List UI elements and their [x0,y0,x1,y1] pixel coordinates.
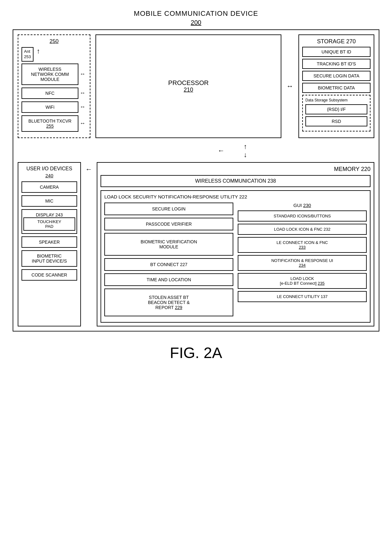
load-lock-title: LOAD LOCK SECURITY NOTIFICATION-RESPONSE… [104,194,367,199]
rsd-box: RSD [305,116,367,126]
ant-block: Ant 253 ↑ [21,47,87,62]
bluetooth-arrow-row: BLUETOOTH TXCVR 255 ↔ [21,115,87,132]
stolen-asset: STOLEN ASSET BTBEACON DETECT &REPORT 229 [104,289,233,316]
storage-item-1: TRACKING BT ID'S [302,59,371,69]
up-arrow: ↑ [244,143,247,151]
wireless-module-box: WIRELESSNETWORK COMMMODULE [21,64,78,85]
ant-box: Ant 253 [21,47,34,62]
user-io-box: USER I/O DEVICES 240 CAMERA MIC DISPLAY … [18,162,81,326]
fig-label: FIG. 2A [13,344,379,362]
dss-label: Data Storage Subsystem [305,98,367,102]
gui-standard-icons: STANDARD ICONS/BUTTONS [238,210,367,222]
main-title: MOBILE COMMUNICATION DEVICE [13,9,379,18]
proc-storage-arrow: ↔ [286,34,293,138]
biometric-module: BIOMETRIC VERIFICATIONMODULE [104,233,233,256]
memory-box: MEMORY 220 WIRELESS COMMUNICATION 238 LO… [97,162,374,326]
outer-device-box: 250 Ant 253 ↑ WIRELESSNETWORK COMMMODULE… [13,29,379,331]
box-250: 250 Ant 253 ↑ WIRELESSNETWORK COMMMODULE… [18,34,90,138]
wireless-comm-box: WIRELESS COMMUNICATION 238 [101,175,371,187]
bottom-section: USER I/O DEVICES 240 CAMERA MIC DISPLAY … [18,162,374,326]
ant-text: Ant [24,49,31,54]
down-arrow: ↓ [244,151,247,159]
storage-title: STORAGE 270 [302,38,371,45]
user-io-num: 240 [21,173,77,178]
secure-login: SECURE LOGIN [104,203,233,215]
wifi-arrow-row: WiFi ↔ [21,101,87,113]
processor-box: PROCESSOR 210 [95,34,281,138]
device-number: 200 [13,19,379,26]
io-memory-arrow: ← [85,162,92,326]
bluetooth-text: BLUETOOTH TXCVR [24,119,76,124]
gui-num: 230 [303,203,311,208]
wifi-arrow: ↔ [78,104,87,110]
wifi-box: WiFi [21,101,78,113]
data-storage-subsystem: Data Storage Subsystem (RSD) I/F RSD [302,95,371,131]
ant-num: 253 [24,54,31,60]
bluetooth-num: 255 [24,124,76,129]
io-biometric: BIOMETRICINPUT DEVICE/S [21,250,77,267]
box-250-label: 250 [21,38,87,45]
wifi-text: WiFi [46,105,54,110]
nfc-text: NFC [46,91,55,96]
proc-down-arrow-area: ← ↑ ↓ [18,143,374,159]
display-label: DISPLAY 243 [23,212,75,217]
io-speaker: SPEAKER [21,236,77,248]
top-row: 250 Ant 253 ↑ WIRELESSNETWORK COMMMODULE… [18,34,374,138]
gui-le-connect-utility: LE CONNECT UTILITY 137 [238,291,367,302]
rsd-if-box: (RSD) I/F [305,104,367,114]
io-mic: MIC [21,195,77,207]
wireless-module-text: WIRELESSNETWORK COMMMODULE [24,67,76,82]
bluetooth-arrow: ↔ [78,120,87,127]
gui-notification-ui: NOTIFICATION & RESPONSE UI234 [238,255,367,271]
io-camera: CAMERA [21,181,77,193]
storage-item-3: BIOMETRIC DATA [302,83,371,93]
wifi-row: WiFi ↔ [21,101,87,113]
load-lock-inner: SECURE LOGIN PASSCODE VERIFIER BIOMETRIC… [104,203,367,319]
gui-title: GUI 230 [238,203,367,208]
bluetooth-box: BLUETOOTH TXCVR 255 [21,115,78,132]
load-lock-box: LOAD LOCK SECURITY NOTIFICATION-RESPONSE… [101,190,371,323]
bluetooth-row: BLUETOOTH TXCVR 255 ↔ [21,115,87,132]
memory-label: MEMORY 220 [101,166,371,173]
gui-le-connect-icon: LE CONNECT ICON & FNC233 [238,237,367,253]
bt-connect: BT CONNECT 227 [104,258,233,271]
ant-arrow: ↑ [37,47,40,55]
passcode-verifier: PASSCODE VERIFIER [104,218,233,230]
wireless-arrow: ↔ [78,71,87,77]
time-location: TIME AND LOCATION [104,273,233,286]
down-arrow-left: ← [218,147,225,155]
processor-title: PROCESSOR [168,79,209,87]
user-io-title: USER I/O DEVICES [21,166,77,172]
storage-item-2: SECURE LOGIN DATA [302,71,371,81]
nfc-row: NFC ↔ [21,88,87,99]
gui-load-lock-connect: LOAD LOCK[e-ELD BT Connect] 235 [238,273,367,289]
storage-box: STORAGE 270 UNIQUE BT ID TRACKING BT ID'… [298,34,374,138]
ll-right: GUI 230 STANDARD ICONS/BUTTONS LOAD LOCK… [238,203,367,319]
io-code-scanner: CODE SCANNER [21,269,77,281]
nfc-arrow: ↔ [78,90,87,96]
storage-item-0: UNIQUE BT ID [302,47,371,57]
touch-keypad: TOUCH/KEYPAD [23,217,75,231]
down-arrow-center: ↑ ↓ [244,143,247,159]
vertical-arrows: ← ↑ ↓ [90,143,374,159]
nfc-arrow-row: NFC ↔ [21,88,87,99]
nfc-box: NFC [21,88,78,99]
wireless-row: WIRELESSNETWORK COMMMODULE ↔ [21,64,87,85]
processor-num: 210 [184,87,193,93]
gui-load-lock-icon: LOAD LOCK ICON & FNC 232 [238,224,367,235]
diagram-container: MOBILE COMMUNICATION DEVICE 200 250 Ant … [13,9,379,362]
io-display: DISPLAY 243 TOUCH/KEYPAD [21,209,77,234]
ll-left: SECURE LOGIN PASSCODE VERIFIER BIOMETRIC… [104,203,233,319]
